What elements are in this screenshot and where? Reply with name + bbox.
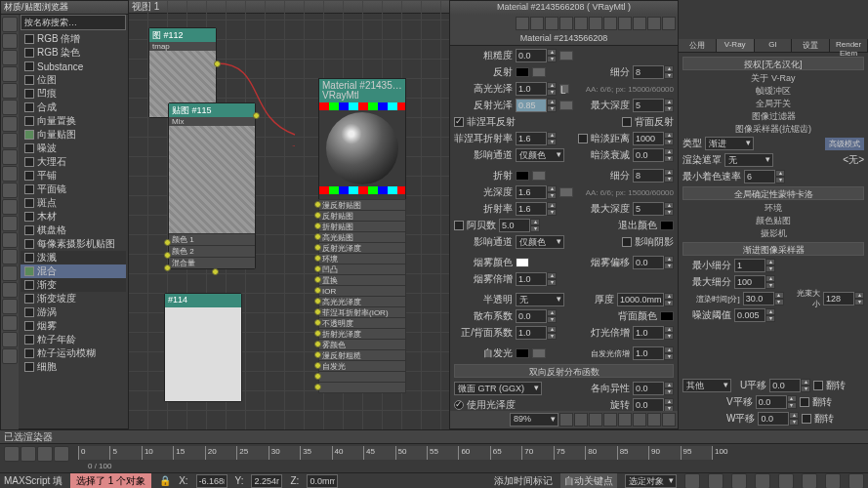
mat-tool[interactable] — [633, 413, 646, 427]
fresnel-checkbox[interactable] — [454, 117, 464, 127]
y-spinner[interactable] — [251, 474, 282, 488]
param-row[interactable] — [318, 382, 406, 393]
tool-btn[interactable] — [2, 116, 18, 132]
mat-tool[interactable] — [603, 413, 617, 427]
tree-checkbox[interactable] — [24, 225, 34, 235]
tree-checkbox[interactable] — [24, 89, 34, 99]
input-port[interactable] — [314, 384, 321, 390]
tree-item[interactable]: 粒子运动模糊 — [21, 346, 126, 360]
dimfall-spinner[interactable]: ▴▾ — [633, 148, 674, 162]
nav-button[interactable] — [802, 473, 817, 489]
tree-checkbox[interactable] — [24, 212, 34, 222]
hglossy-spinner[interactable]: ▴▾ — [516, 82, 557, 96]
material-preview-node[interactable]: Material #21435…VRayMtl — [318, 78, 406, 215]
tool-btn[interactable] — [2, 265, 18, 281]
input-port[interactable] — [314, 276, 321, 283]
rendertime-spinner[interactable]: ▴▾ — [743, 292, 784, 305]
shadow-checkbox[interactable] — [622, 237, 632, 247]
link-filter[interactable]: 图像过滤器 — [682, 110, 864, 123]
node-param[interactable]: 颜色 2 — [169, 245, 255, 257]
node-port[interactable] — [214, 61, 221, 67]
x-spinner[interactable] — [196, 474, 227, 488]
input-port[interactable] — [314, 265, 321, 272]
dimdist-spinner[interactable]: ▴▾ — [633, 132, 674, 145]
time-ruler[interactable]: 0510152025303540455055606570758085909510… — [78, 446, 712, 460]
bglight-color[interactable] — [660, 311, 674, 321]
mat-tool[interactable] — [545, 17, 558, 30]
fwd-spinner[interactable]: ▴▾ — [516, 326, 557, 340]
u-spinner[interactable]: ▴▾ — [769, 379, 810, 392]
usegloss-radio[interactable] — [454, 400, 464, 410]
tree-checkbox[interactable] — [24, 116, 34, 126]
advanced-mode-button[interactable]: 高级模式 — [825, 138, 864, 150]
node-port[interactable] — [164, 264, 171, 271]
node-header[interactable]: 贴图 #115 — [169, 103, 255, 117]
tree-item[interactable]: RGB 染色 — [21, 46, 126, 60]
tree-checkbox[interactable] — [24, 321, 34, 331]
tree-checkbox[interactable] — [24, 294, 34, 304]
mat-tool[interactable] — [530, 17, 544, 30]
input-port[interactable] — [314, 373, 321, 380]
mat-tool[interactable] — [589, 17, 602, 30]
section-dmc[interactable]: 全局确定性蒙特卡洛 — [682, 186, 864, 200]
play-button[interactable] — [21, 446, 36, 462]
input-port[interactable] — [314, 298, 321, 305]
brdf-combo[interactable]: 微面 GTR (GGX) — [454, 382, 542, 395]
mat-tool[interactable] — [574, 17, 588, 30]
tree-item[interactable]: 混合 — [21, 264, 126, 278]
type-combo[interactable]: 渐进 — [705, 137, 754, 150]
tree-item[interactable]: 烟雾 — [21, 319, 126, 333]
link-global[interactable]: 全局开关 — [682, 98, 864, 110]
play-button[interactable] — [54, 446, 69, 462]
tree-checkbox[interactable] — [24, 102, 34, 112]
tool-btn[interactable] — [2, 315, 18, 331]
mat-tool[interactable] — [574, 413, 588, 427]
map-slot[interactable] — [532, 171, 546, 181]
minshade-spinner[interactable]: ▴▾ — [744, 170, 785, 183]
rglossy-spinner[interactable]: ▴▾ — [516, 99, 557, 112]
node-port[interactable] — [164, 252, 171, 259]
tree-checkbox[interactable] — [24, 48, 34, 58]
tab-gi[interactable]: GI — [755, 39, 793, 52]
tree-item[interactable]: 木材 — [21, 210, 126, 224]
tool-btn[interactable] — [2, 183, 18, 198]
selfillum-color[interactable] — [516, 348, 529, 358]
iordepth-spinner[interactable]: ▴▾ — [516, 185, 557, 199]
tree-item[interactable]: 渐变坡度 — [21, 292, 126, 305]
abbe-spinner[interactable]: ▴▾ — [499, 219, 540, 232]
abbe-checkbox[interactable] — [454, 221, 464, 230]
lightmult-spinner[interactable]: ▴▾ — [633, 326, 674, 340]
tree-checkbox[interactable] — [24, 143, 34, 153]
maxdepth2-spinner[interactable]: ▴▾ — [633, 202, 674, 216]
node-mix-115[interactable]: 贴图 #115 Mix 颜色 1 颜色 2 混合量 — [168, 102, 256, 269]
mat-tool[interactable] — [618, 413, 632, 427]
tool-btn[interactable] — [2, 299, 18, 314]
input-port[interactable] — [314, 351, 321, 358]
tree-checkbox[interactable] — [24, 171, 34, 181]
exit-color[interactable] — [660, 221, 674, 230]
flip-checkbox[interactable] — [813, 381, 823, 390]
affect-combo[interactable]: 仅颜色 — [516, 148, 564, 162]
tool-btn[interactable] — [2, 133, 18, 148]
input-port[interactable] — [314, 255, 321, 262]
rays-spinner[interactable]: ▴▾ — [823, 292, 864, 305]
w-spinner[interactable]: ▴▾ — [758, 412, 799, 426]
link-env[interactable]: 环境 — [682, 202, 864, 215]
node-port[interactable] — [164, 239, 171, 246]
tool-btn[interactable] — [2, 50, 18, 65]
tree-item[interactable]: 位图 — [21, 73, 126, 87]
input-port[interactable] — [314, 319, 321, 326]
mat-tool[interactable] — [516, 17, 529, 30]
tree-checkbox[interactable] — [24, 266, 34, 276]
z-spinner[interactable] — [307, 474, 338, 488]
input-port[interactable] — [314, 330, 321, 337]
tree-item[interactable]: RGB 倍增 — [21, 32, 126, 46]
tree-item[interactable]: 渐变 — [21, 278, 126, 292]
nav-button[interactable] — [778, 473, 794, 489]
bgrefl-checkbox[interactable] — [622, 117, 632, 127]
translucency-combo[interactable]: 无 — [516, 293, 564, 306]
tree-checkbox[interactable] — [24, 335, 34, 345]
tab-vray[interactable]: V-Ray — [717, 39, 755, 52]
tree-item[interactable]: 游涡 — [21, 305, 126, 319]
tool-btn[interactable] — [2, 216, 18, 231]
